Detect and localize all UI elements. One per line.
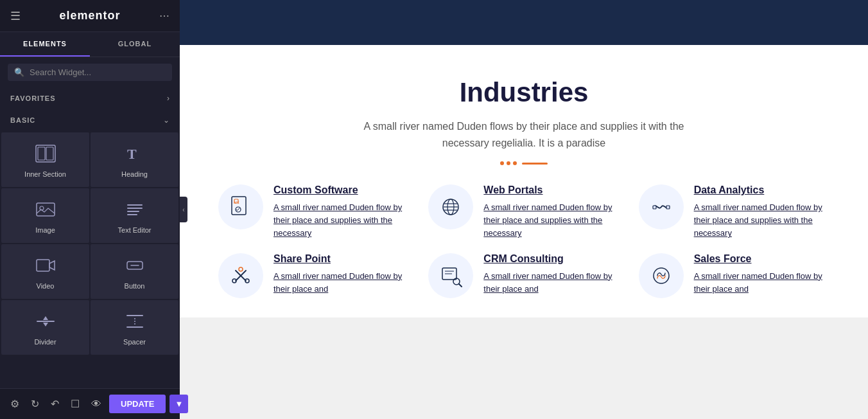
svg-marker-14 (43, 316, 48, 320)
widget-image[interactable]: Image (1, 188, 89, 243)
video-label: Video (37, 282, 55, 290)
data-analytics-title[interactable]: Data Analytics (694, 184, 829, 196)
share-point-desc: A small river named Duden flow by their … (273, 270, 409, 296)
basic-arrow-icon: ⌄ (163, 116, 169, 125)
collapse-handle[interactable]: ‹ (180, 197, 187, 222)
favorites-label: FAVORITES (10, 94, 56, 102)
industries-section: Industries A small river named Duden flo… (180, 45, 868, 317)
divider-line (522, 163, 548, 165)
web-portals-icon (428, 184, 473, 229)
dot3 (513, 161, 517, 165)
spacer-icon (125, 312, 145, 333)
dot2 (507, 161, 510, 165)
preview-icon[interactable]: 👁 (87, 395, 105, 414)
sidebar-logo: elementor (59, 9, 120, 22)
orange-divider (205, 161, 842, 165)
svg-rect-0 (36, 145, 55, 162)
inner-section-icon (35, 145, 56, 165)
web-portals-content: Web Portals A small river named Duden fl… (483, 184, 619, 240)
text-editor-icon (125, 201, 145, 221)
list-item: Sales Force A small river named Duden fl… (639, 253, 829, 298)
svg-text:API: API (234, 201, 239, 204)
search-icon: 🔍 (14, 67, 24, 77)
spacer-label: Spacer (123, 338, 146, 346)
svg-point-41 (654, 268, 669, 283)
grid-icon[interactable]: ⋯ (159, 10, 169, 22)
divider-icon (35, 312, 56, 333)
svg-point-33 (239, 267, 243, 271)
share-point-content: Share Point A small river named Duden fl… (273, 253, 409, 296)
sidebar-bottom: ⚙ ↻ ↶ ☐ 👁 UPDATE ▼ (0, 388, 180, 419)
heading-icon: T (125, 145, 145, 165)
industries-grid: API Custom Software A small river named … (205, 184, 842, 298)
svg-rect-10 (37, 260, 49, 271)
search-area: 🔍 (0, 57, 180, 87)
search-input-wrap: 🔍 (8, 64, 172, 81)
svg-rect-2 (46, 147, 53, 160)
custom-software-title[interactable]: Custom Software (273, 184, 409, 196)
widget-button[interactable]: Button (91, 244, 178, 299)
svg-rect-29 (653, 206, 656, 209)
update-button[interactable]: UPDATE (109, 395, 166, 413)
list-item: API Custom Software A small river named … (218, 184, 409, 240)
settings-icon[interactable]: ⚙ (6, 394, 23, 414)
svg-text:T: T (127, 146, 137, 162)
main-content: Industries A small river named Duden flo… (180, 0, 868, 419)
share-point-title[interactable]: Share Point (273, 253, 409, 265)
sidebar: ☰ elementor ⋯ ELEMENTS GLOBAL 🔍 FAVORITE… (0, 0, 180, 419)
widgets-grid: Inner Section T Heading Image (0, 131, 180, 356)
share-point-icon (218, 253, 263, 298)
svg-rect-30 (666, 206, 670, 209)
svg-marker-15 (43, 323, 48, 326)
widget-heading[interactable]: T Heading (91, 132, 178, 187)
list-item: Data Analytics A small river named Duden… (639, 184, 829, 240)
crm-consulting-desc: A small river named Duden flow by their … (483, 270, 619, 296)
widget-spacer[interactable]: Spacer (91, 300, 178, 355)
sidebar-header: ☰ elementor ⋯ (0, 0, 180, 32)
video-icon (35, 256, 56, 277)
tab-global[interactable]: GLOBAL (90, 32, 180, 57)
crm-consulting-title[interactable]: CRM Consulting (483, 253, 619, 265)
industries-title: Industries (205, 77, 842, 108)
crm-consulting-icon (428, 253, 473, 298)
update-dropdown-button[interactable]: ▼ (169, 395, 188, 413)
button-label: Button (125, 282, 145, 290)
sales-force-content: Sales Force A small river named Duden fl… (694, 253, 829, 296)
inner-section-label: Inner Section (24, 170, 66, 178)
crm-consulting-content: CRM Consulting A small river named Duden… (483, 253, 619, 296)
favorites-section-header[interactable]: FAVORITES › (0, 87, 180, 109)
web-portals-desc: A small river named Duden flow by their … (483, 201, 619, 240)
tab-elements[interactable]: ELEMENTS (0, 32, 90, 57)
sales-force-title[interactable]: Sales Force (694, 253, 829, 265)
widget-text-editor[interactable]: Text Editor (91, 188, 178, 243)
undo-icon[interactable]: ↶ (47, 394, 63, 414)
search-input[interactable] (30, 67, 166, 77)
history-icon[interactable]: ↻ (27, 394, 43, 414)
heading-label: Heading (121, 170, 148, 178)
custom-software-desc: A small river named Duden flow by their … (273, 201, 409, 240)
data-analytics-desc: A small river named Duden flow by their … (694, 201, 829, 240)
hero-image (180, 0, 868, 45)
divider-label: Divider (34, 338, 56, 346)
sales-force-icon (639, 253, 684, 298)
sidebar-tabs: ELEMENTS GLOBAL (0, 32, 180, 57)
list-item: Web Portals A small river named Duden fl… (428, 184, 619, 240)
svg-rect-19 (180, 0, 868, 45)
widget-divider[interactable]: Divider (1, 300, 89, 355)
image-icon (35, 201, 56, 221)
custom-software-content: Custom Software A small river named Dude… (273, 184, 409, 240)
basic-section-header[interactable]: BASIC ⌄ (0, 109, 180, 131)
responsive-icon[interactable]: ☐ (67, 394, 83, 414)
web-portals-title[interactable]: Web Portals (483, 184, 619, 196)
image-label: Image (35, 226, 55, 234)
widget-inner-section[interactable]: Inner Section (1, 132, 89, 187)
menu-icon[interactable]: ☰ (10, 9, 21, 23)
button-icon (125, 256, 145, 277)
widget-video[interactable]: Video (1, 244, 89, 299)
svg-rect-4 (37, 203, 55, 216)
sales-force-desc: A small river named Duden flow by their … (694, 270, 829, 296)
list-item: Share Point A small river named Duden fl… (218, 253, 409, 298)
data-analytics-content: Data Analytics A small river named Duden… (694, 184, 829, 240)
data-analytics-icon (639, 184, 684, 229)
list-item: CRM Consulting A small river named Duden… (428, 253, 619, 298)
